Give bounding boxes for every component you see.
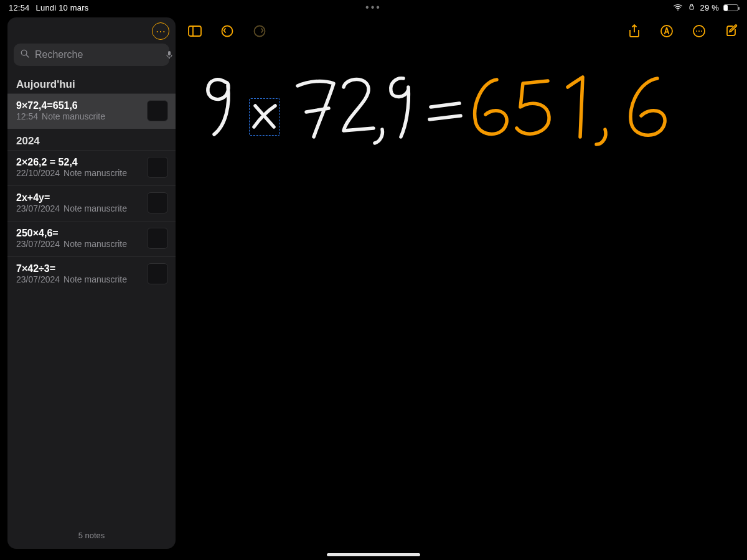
note-options-button[interactable] [691, 23, 707, 39]
note-thumbnail [147, 192, 168, 213]
svg-point-14 [701, 30, 702, 32]
svg-line-3 [26, 55, 29, 57]
multitask-dots-icon[interactable]: ••• [365, 2, 382, 13]
note-subtitle: 23/07/2024Note manuscrite [16, 274, 141, 284]
svg-rect-1 [690, 6, 693, 9]
battery-icon [723, 4, 738, 11]
wifi-icon [673, 4, 683, 11]
note-thumbnail [147, 100, 168, 121]
notes-sidebar: ⋯ Aujourd'hui9×72,4=651,612:54Note manus… [7, 17, 176, 549]
note-subtitle: 22/10/2024Note manuscrite [16, 168, 141, 178]
svg-point-13 [698, 30, 700, 32]
status-time: 12:54 [9, 3, 30, 12]
note-title: 2×26,2 = 52,4 [16, 157, 141, 168]
section-header: Aujourd'hui [7, 72, 176, 93]
section-header: 2024 [7, 129, 176, 150]
share-button[interactable] [626, 23, 642, 39]
note-row[interactable]: 250×4,6=23/07/2024Note manuscrite [7, 221, 176, 256]
status-bar: 12:54 Lundi 10 mars ••• 29 % [0, 0, 747, 15]
redo-button[interactable] [251, 23, 268, 39]
status-left: 12:54 Lundi 10 mars [9, 3, 89, 12]
compose-button[interactable] [723, 23, 740, 39]
note-subtitle: 23/07/2024Note manuscrite [16, 203, 141, 213]
sidebar-footer: 5 notes [7, 523, 176, 549]
note-row[interactable]: 9×72,4=651,612:54Note manuscrite [7, 93, 176, 129]
home-indicator[interactable] [327, 553, 420, 556]
svg-rect-4 [168, 51, 171, 55]
handwriting-result [475, 77, 665, 144]
search-icon [20, 49, 30, 61]
canvas-toolbar [187, 19, 740, 44]
status-date: Lundi 10 mars [36, 3, 89, 12]
note-title: 2x+4y= [16, 192, 141, 203]
svg-point-0 [677, 9, 679, 11]
search-input[interactable] [35, 49, 159, 60]
battery-percent: 29 % [700, 3, 719, 12]
toggle-sidebar-button[interactable] [187, 23, 203, 39]
note-title: 9×72,4=651,6 [16, 100, 141, 111]
handwriting-selection-box[interactable] [249, 98, 280, 136]
undo-button[interactable] [219, 23, 235, 39]
status-right: 29 % [673, 2, 738, 13]
search-field[interactable] [14, 44, 169, 66]
svg-point-9 [255, 26, 265, 37]
markup-button[interactable] [659, 23, 675, 39]
note-thumbnail [147, 263, 168, 284]
svg-point-10 [661, 26, 672, 37]
note-row[interactable]: 2x+4y=23/07/2024Note manuscrite [7, 185, 176, 221]
note-row[interactable]: 7×42÷3=23/07/2024Note manuscrite [7, 256, 176, 292]
note-subtitle: 23/07/2024Note manuscrite [16, 239, 141, 249]
ellipsis-icon: ⋯ [156, 26, 166, 37]
handwriting-expression [208, 78, 461, 143]
note-subtitle: 12:54Note manuscrite [16, 111, 141, 121]
note-row[interactable]: 2×26,2 = 52,422/10/2024Note manuscrite [7, 150, 176, 185]
lock-rotation-icon [687, 2, 696, 13]
sidebar-more-button[interactable]: ⋯ [152, 22, 169, 40]
svg-rect-6 [189, 26, 201, 36]
svg-point-8 [222, 26, 233, 37]
microphone-icon[interactable] [164, 50, 174, 60]
note-thumbnail [147, 157, 168, 178]
svg-point-12 [696, 30, 697, 32]
handwriting-canvas[interactable] [187, 50, 747, 560]
note-thumbnail [147, 228, 168, 249]
note-title: 250×4,6= [16, 228, 141, 239]
note-title: 7×42÷3= [16, 263, 141, 274]
